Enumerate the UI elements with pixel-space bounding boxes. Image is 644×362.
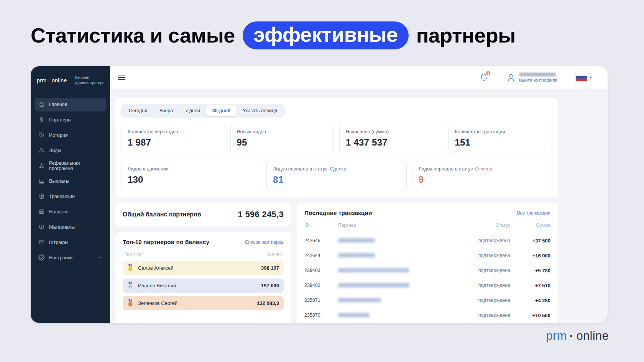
stat-label: Лидов перешло в статусОтмена [419,166,545,172]
partner-name-blurred [338,283,409,287]
hamburger-menu-icon[interactable] [118,73,125,82]
sidebar-item-label: Транзакции [49,194,75,199]
all-transactions-link[interactable]: Все транзакции [517,210,550,216]
sidebar-item-materialy[interactable]: Материалы [34,220,106,234]
transaction-id: 235871 [304,298,338,303]
partners-list-link[interactable]: Список партнеров [245,239,284,245]
stat-value: 81 [273,174,400,185]
top-partners-title: Топ-10 партнеров по балансу [123,239,209,246]
transactions-header: ID Партнер Статус Сумма [304,223,550,233]
partner-name-blurred [338,298,381,302]
topbar-right: 8 Выйти из профиля [480,73,592,82]
logout-link[interactable]: Выйти из профиля [519,78,557,82]
transaction-amount: +37 500 [510,238,550,244]
transaction-row: 235870 подтверждена +10 500 [304,308,550,323]
sidebar-item-label: Лиды [49,148,61,153]
topbar: 8 Выйти из профиля [110,66,608,89]
gold-medal-icon [126,263,135,272]
partner-name-blurred [338,238,375,242]
transactions-title: Последние транзакции [304,210,372,216]
sidebar-item-label: Выплаты [49,179,69,184]
sidebar-item-partnery[interactable]: Партнеры [34,113,106,127]
partner-row: Иванов Виталий 197 000 [123,278,284,293]
notifications-bell-icon[interactable]: 8 [480,73,488,82]
sidebar-item-vyplaty[interactable]: Выплаты [34,174,106,188]
stat-label: Количество транзаций [455,129,546,134]
stat-value: 130 [128,174,255,185]
partner-name: Зеленков Сергей [138,300,177,306]
transaction-amount: +4 280 [510,298,550,303]
profile-menu[interactable]: Выйти из профиля [506,73,557,82]
transaction-row: 242646 подтверждена +37 500 [304,233,550,248]
sidebar: prm · online Кабинет администратора Глав… [31,66,110,323]
transaction-row: 242644 подтверждена +16 000 [304,248,550,263]
transactions-clipboard-icon [38,193,45,200]
partner-name: Салов Алексей [138,265,174,271]
partner-balance: 197 000 [261,283,279,288]
partner-balance: 132 083,3 [257,300,279,306]
app-logo: prm · online [37,77,67,84]
russia-flag-icon [576,74,587,81]
transaction-id: 239403 [304,268,338,273]
transaction-status: подтверждена [453,253,510,258]
transaction-amount: +10 500 [510,313,550,318]
period-tab-30-dney[interactable]: 30 дней [206,105,237,116]
stat-label: Новых лидов [237,129,328,134]
news-icon [38,208,45,215]
stats-row-2: Лидов в движении 130 Лидов перешло в ста… [121,161,552,191]
sidebar-item-label: Настройки [49,255,72,260]
stat-value: 1 437 537 [346,137,437,148]
period-tab-ukazat-period[interactable]: Указать период [237,105,283,116]
period-tab-vchera[interactable]: Вчера [153,105,179,116]
dashboard-content: СегодняВчера7 дней30 днейУказать период … [110,89,608,323]
sidebar-item-shtrafy[interactable]: Штрафы [34,236,106,249]
page-title-prefix: Статистика и самые [31,23,235,47]
total-balance-card: Общий баланс партнеров 1 596 245,3 [115,203,291,226]
stat-value: 9 [419,174,545,185]
left-column: Общий баланс партнеров 1 596 245,3 Топ-1… [115,203,291,323]
sidebar-item-referalnaya-programma[interactable]: Реферальная программа [34,159,106,173]
transaction-status: подтверждена [453,298,510,303]
status-label: Сделка [330,166,346,172]
sidebar-item-tranzakcii[interactable]: Транзакции [34,190,106,203]
column-id: ID [304,223,338,228]
bronze-medal-icon [126,298,135,308]
profile-name-blurred [519,73,556,76]
stats-panel: СегодняВчера7 дней30 днейУказать период … [115,98,558,197]
sidebar-item-nastroyki[interactable]: Настройки [34,251,106,265]
transaction-status: подтверждена [453,238,510,243]
payouts-banknote-icon [38,178,45,184]
stat-value: 95 [237,137,328,148]
top-partners-columns: Партнер Баланс [123,251,283,257]
stat-label: Количество переходов [128,129,219,134]
footer-brand-logo: prm · online [0,329,609,343]
partner-balance: 398 107 [261,265,279,271]
penalties-card-icon [38,239,45,246]
stat-value: 151 [455,137,546,148]
column-partner: Партнер [123,251,141,257]
transaction-amount: +16 000 [510,253,550,259]
sidebar-item-label: Партнеры [49,117,71,123]
sidebar-item-istoriya[interactable]: История [34,128,106,142]
sidebar-menu: Главная Партнеры История Лиды Реферальна… [31,98,110,266]
language-selector[interactable] [576,74,592,81]
admin-dashboard-window: prm · online Кабинет администратора Глав… [31,66,608,323]
sidebar-item-label: Новости [49,209,67,215]
stat-card-novye-lidy: Новых лидов 95 [230,124,334,154]
sidebar-item-novosti[interactable]: Новости [34,205,106,219]
period-tab-7-dney[interactable]: 7 дней [179,105,206,116]
stat-card-perehody: Количество переходов 1 987 [121,124,225,154]
page-title-suffix: партнеры [416,23,516,47]
sidebar-item-lidy[interactable]: Лиды [34,144,106,157]
stat-value: 1 987 [128,137,219,148]
transaction-id: 242644 [304,253,338,258]
period-tab-segodnya[interactable]: Сегодня [123,105,153,116]
sidebar-item-label: Штрафы [49,240,68,245]
page-title: Статистика и самые эффективные партнеры [31,21,644,49]
partner-name-blurred [338,268,409,272]
home-icon [38,101,45,108]
sidebar-item-glavnaya[interactable]: Главная [34,98,106,111]
column-partner: Партнер [338,223,453,228]
transaction-amount: +7 510 [510,283,550,288]
transaction-row: 239402 подтверждена +7 510 [304,278,550,293]
